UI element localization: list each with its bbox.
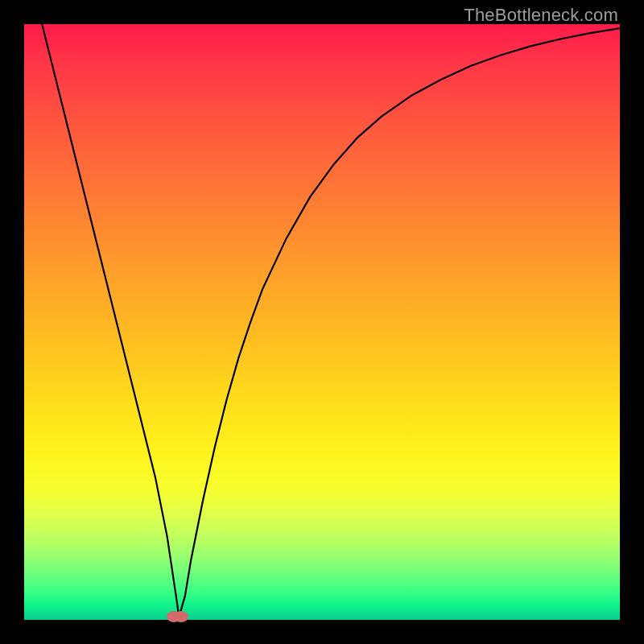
chart-frame: TheBottleneck.com	[0, 0, 644, 644]
min-dot-2	[174, 611, 188, 622]
bottleneck-curve-path	[24, 24, 620, 617]
curve-svg	[24, 24, 620, 620]
plot-area	[24, 24, 620, 620]
watermark-text: TheBottleneck.com	[464, 5, 618, 26]
